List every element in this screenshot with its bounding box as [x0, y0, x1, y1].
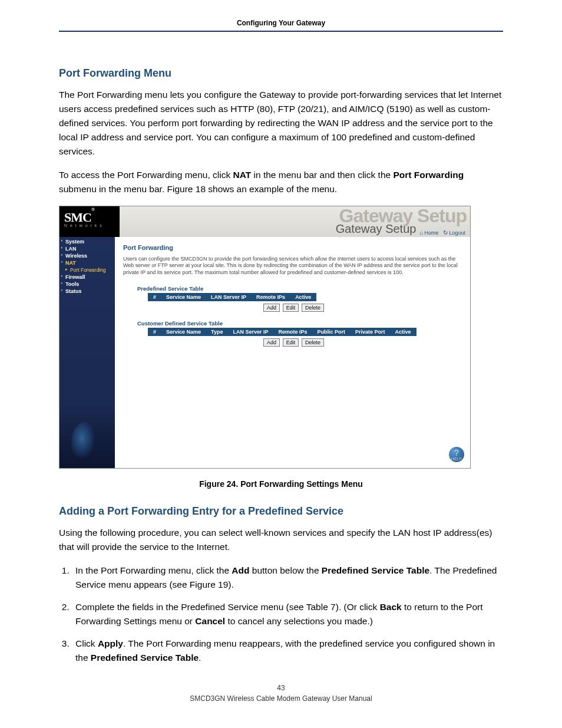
- logout-link[interactable]: ↻Logout: [443, 229, 465, 236]
- nav-system[interactable]: System: [59, 238, 115, 245]
- col-remote-ips: Remote IPs: [252, 293, 290, 301]
- nav-nat[interactable]: NAT: [59, 259, 115, 266]
- nav-tools[interactable]: Tools: [59, 281, 115, 288]
- doc-header: Configuring Your Gateway: [59, 19, 503, 31]
- page-footer: 43 SMCD3GN Wireless Cable Modem Gateway …: [59, 683, 503, 704]
- section-heading-adding-entry: Adding a Port Forwarding Entry for a Pre…: [59, 505, 503, 518]
- col-service-name: Service Name: [161, 293, 206, 301]
- text-fragment: To access the Port Forwarding menu, clic…: [59, 170, 233, 180]
- text-fragment: .: [199, 653, 201, 663]
- nav-wireless[interactable]: Wireless: [59, 252, 115, 259]
- brand-reg: ®: [91, 207, 94, 212]
- figure-caption: Figure 24. Port Forwarding Settings Menu: [59, 479, 503, 489]
- home-label: Home: [424, 230, 438, 236]
- col-type: Type: [206, 328, 228, 335]
- col-num: #: [148, 293, 161, 301]
- predef-edit-button[interactable]: Edit: [283, 304, 299, 312]
- col-active: Active: [390, 328, 416, 335]
- body-paragraph: To access the Port Forwarding menu, clic…: [59, 168, 503, 196]
- steps-list: In the Port Forwarding menu, click the A…: [59, 564, 503, 665]
- bold-nat: NAT: [233, 170, 251, 180]
- predef-delete-button[interactable]: Delete: [302, 304, 324, 312]
- predefined-service-table: # Service Name LAN Server IP Remote IPs …: [148, 293, 316, 301]
- col-active: Active: [290, 293, 316, 301]
- brand-logo: SMC® N e t w o r k s: [59, 206, 120, 237]
- page-number: 43: [59, 683, 503, 693]
- col-private-port: Private Port: [350, 328, 390, 335]
- body-paragraph: Using the following procedure, you can s…: [59, 526, 503, 554]
- text-fragment: to cancel any selections you made.): [225, 616, 373, 626]
- col-num: #: [148, 328, 161, 335]
- text-fragment: Click: [75, 638, 98, 648]
- sidebar: System LAN Wireless NAT Port Forwarding …: [59, 237, 115, 468]
- sidebar-decor-image: [59, 403, 115, 468]
- col-service-name: Service Name: [161, 328, 206, 335]
- header-rule: [59, 31, 503, 32]
- help-button[interactable]: ? HELP: [449, 447, 464, 462]
- brand-subtext: N e t w o r k s: [64, 223, 120, 228]
- text-fragment: button below the: [249, 565, 321, 575]
- manual-title: SMCD3GN Wireless Cable Modem Gateway Use…: [59, 693, 503, 704]
- step-1: In the Port Forwarding menu, click the A…: [72, 564, 503, 592]
- col-public-port: Public Port: [312, 328, 351, 335]
- nav-port-forwarding[interactable]: Port Forwarding: [59, 266, 115, 274]
- section-heading-port-forwarding: Port Forwarding Menu: [59, 67, 503, 80]
- bold-add: Add: [232, 565, 249, 575]
- text-fragment: submenu in the menu bar. Figure 18 shows…: [59, 184, 337, 194]
- help-icon: ?: [454, 449, 459, 457]
- home-link[interactable]: ⌂Home: [419, 229, 438, 236]
- text-fragment: In the Port Forwarding menu, click the: [75, 565, 232, 575]
- nav-status[interactable]: Status: [59, 288, 115, 295]
- content-description: Users can configure the SMCD3GN to provi…: [123, 256, 464, 276]
- content-area: Port Forwarding Users can configure the …: [115, 237, 470, 468]
- nav-lan[interactable]: LAN: [59, 245, 115, 252]
- content-title: Port Forwarding: [123, 244, 464, 251]
- col-remote-ips: Remote IPs: [273, 328, 312, 335]
- logout-label: Logout: [449, 230, 465, 236]
- logout-icon: ↻: [443, 229, 448, 236]
- predefined-table-title: Predefined Service Table: [137, 285, 464, 292]
- home-icon: ⌂: [419, 229, 423, 236]
- predef-add-button[interactable]: Add: [263, 304, 280, 312]
- step-3: Click Apply. The Port Forwarding menu re…: [72, 637, 503, 665]
- text-fragment: in the menu bar and then click the: [251, 170, 393, 180]
- help-label: HELP: [451, 457, 462, 461]
- text-fragment: Complete the fields in the Predefined Se…: [75, 602, 380, 612]
- customer-table-title: Customer Defined Service Table: [137, 320, 464, 327]
- bold-cancel: Cancel: [195, 616, 225, 626]
- cust-edit-button[interactable]: Edit: [283, 338, 299, 347]
- bold-port-forwarding: Port Forwarding: [393, 170, 464, 180]
- cust-delete-button[interactable]: Delete: [302, 338, 324, 347]
- col-lan-server-ip: LAN Server IP: [206, 293, 252, 301]
- banner-title: Gateway Setup: [336, 222, 416, 236]
- nav-firewall[interactable]: Firewall: [59, 274, 115, 281]
- bold-apply: Apply: [98, 638, 123, 648]
- bold-predefined-table: Predefined Service Table: [322, 565, 429, 575]
- router-admin-screenshot: SMC® N e t w o r k s Gateway Setup Gatew…: [59, 206, 471, 469]
- col-lan-server-ip: LAN Server IP: [228, 328, 273, 335]
- cust-add-button[interactable]: Add: [263, 338, 280, 347]
- step-2: Complete the fields in the Predefined Se…: [72, 600, 503, 628]
- bold-predefined-table: Predefined Service Table: [91, 653, 199, 663]
- customer-service-table: # Service Name Type LAN Server IP Remote…: [148, 328, 416, 336]
- brand-text: SMC: [64, 210, 91, 225]
- body-paragraph: The Port Forwarding menu lets you config…: [59, 88, 503, 159]
- bold-back: Back: [380, 602, 402, 612]
